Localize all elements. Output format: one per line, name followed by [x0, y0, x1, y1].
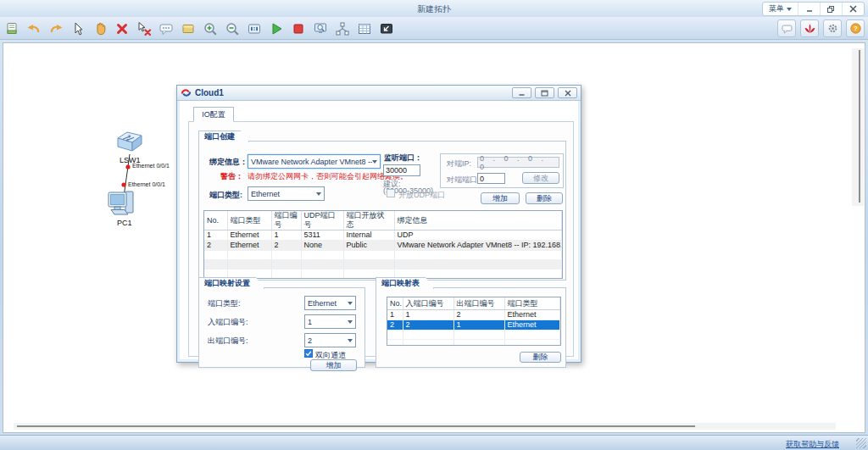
dialog-close-button[interactable] [558, 87, 577, 98]
restore-button[interactable] [820, 3, 842, 15]
table-row[interactable]: 112Ethernet [387, 310, 560, 320]
dialog-minimize-button[interactable] [512, 87, 531, 98]
minimize-icon [518, 90, 526, 97]
zoom-out-icon[interactable] [224, 20, 241, 37]
map-table-header: No.入端口编号出端口编号端口类型 [387, 297, 560, 310]
link-endpoint-dot [121, 182, 125, 186]
help-feedback-link[interactable]: 获取帮助与反馈 [786, 439, 839, 450]
peer-port-label: 对端端口: [447, 175, 480, 186]
port-add-button[interactable]: 增加 [481, 192, 520, 204]
table-empty-row [204, 260, 562, 269]
device-label-pc1: PC1 [117, 219, 132, 227]
map-port-type-dropdown[interactable]: Ethernet [304, 296, 356, 310]
resize-grip[interactable] [856, 438, 866, 448]
port-map-table-group: 端口映射表 No.入端口编号出端口编号端口类型 112Ethernet221Et… [376, 287, 566, 368]
huawei-home-icon[interactable] [800, 19, 819, 37]
dialog-titlebar[interactable]: Cloud1 [177, 86, 581, 101]
table-empty-row [204, 251, 562, 260]
maximize-icon [541, 90, 548, 97]
horizontal-scrollbar[interactable] [14, 423, 836, 430]
settings-icon[interactable] [823, 19, 842, 37]
peer-ip-label: 对端IP: [447, 158, 471, 169]
feedback-icon[interactable] [777, 19, 796, 37]
cloud1-dialog: Cloud1 IO配置 端口创建 绑定信息： VMware Network Ad… [176, 85, 581, 363]
map-add-button[interactable]: 增加 [310, 359, 357, 371]
help-icon[interactable]: ? [846, 19, 865, 37]
new-topology-icon[interactable] [3, 20, 20, 37]
window-controls: 菜单 [762, 2, 865, 16]
dialog-title: Cloud1 [195, 88, 224, 97]
bind-info-label: 绑定信息： [209, 157, 248, 168]
close-button[interactable] [842, 3, 864, 15]
out-port-label: 出端口编号: [208, 336, 248, 347]
main-toolbar: ? [0, 17, 868, 40]
note-icon[interactable] [180, 20, 197, 37]
listen-port-label: 监听端口： [384, 153, 422, 164]
chevron-down-icon [316, 192, 321, 198]
table-empty-row [387, 331, 560, 340]
console-icon[interactable] [378, 20, 395, 37]
bind-info-dropdown[interactable]: VMware Network Adapter VMnet8 -- IP: 192… [248, 154, 381, 169]
port-map-settings-group: 端口映射设置 端口类型: Ethernet 入端口编号: 1 出端口编号: 2 [198, 287, 365, 368]
text-icon[interactable] [158, 20, 175, 37]
modify-button[interactable]: 修改 [522, 172, 559, 184]
delete-icon[interactable] [114, 20, 131, 37]
grid-icon[interactable] [356, 20, 373, 37]
dialog-window-buttons [512, 87, 577, 98]
table-row[interactable]: 221Ethernet [387, 320, 560, 331]
topology-canvas[interactable]: LSW1 Ethernet 0/0/1 Ethernet 0/0/1 PC1 C… [3, 42, 865, 433]
pan-icon[interactable] [92, 20, 108, 37]
minimize-button[interactable] [798, 3, 820, 15]
vertical-scrollbar[interactable] [852, 48, 864, 206]
port-type-value: Ethernet [251, 190, 280, 198]
redo-icon[interactable] [47, 20, 64, 37]
actual-size-icon[interactable] [246, 20, 263, 37]
bidirectional-checkbox[interactable] [304, 349, 313, 358]
peer-port-input[interactable]: 0 [477, 173, 505, 184]
port-map-table[interactable]: No.入端口编号出端口编号端口类型 112Ethernet221Ethernet [387, 297, 560, 346]
horizontal-scrollbar-thumb[interactable] [17, 425, 695, 427]
app-title: 新建拓扑 [0, 3, 868, 15]
switch-device-icon[interactable] [118, 132, 142, 151]
out-port-dropdown[interactable]: 2 [304, 333, 356, 347]
map-delete-button[interactable]: 删除 [520, 352, 561, 363]
port-map-table-title: 端口映射表 [376, 277, 434, 289]
port-table-wrapper: No.端口类型端口编号UDP端口号端口开放状态绑定信息 1Ethernet153… [203, 210, 563, 279]
table-empty-row [204, 269, 562, 279]
table-row[interactable]: 2Ethernet2NonePublicVMware Network Adapt… [204, 241, 562, 251]
bind-info-value: VMware Network Adapter VMnet8 -- IP: 192… [251, 158, 372, 166]
undo-icon[interactable] [25, 20, 42, 37]
listen-port-input[interactable]: 30000 [383, 164, 420, 176]
table-row[interactable]: 1Ethernet15311InternalUDP [204, 231, 562, 241]
delete-link-icon[interactable] [136, 20, 153, 37]
start-icon[interactable] [268, 20, 285, 37]
tab-io-config[interactable]: IO配置 [193, 107, 234, 122]
io-config-panel: 端口创建 绑定信息： VMware Network Adapter VMnet8… [188, 121, 574, 357]
dialog-icon [181, 87, 192, 98]
minimize-icon [805, 5, 814, 14]
port-create-group-title: 端口创建 [198, 131, 249, 142]
port-delete-button[interactable]: 删除 [526, 192, 563, 204]
port-type-dropdown[interactable]: Ethernet [248, 186, 325, 201]
chevron-down-icon [348, 320, 353, 326]
topology-view-icon[interactable] [334, 20, 351, 37]
peer-ip-field[interactable]: 0 . 0 . 0 . 0 [477, 157, 559, 168]
pc-device-icon[interactable] [108, 192, 133, 214]
statusbar: 获取帮助与反馈 [0, 435, 868, 450]
stop-icon[interactable] [290, 20, 307, 37]
port-map-settings-title: 端口映射设置 [198, 277, 264, 289]
menu-button[interactable]: 菜单 [763, 3, 798, 15]
in-port-dropdown[interactable]: 1 [304, 314, 356, 329]
menu-label: 菜单 [769, 3, 784, 14]
udp-port-checkbox[interactable] [387, 189, 395, 197]
peer-group: 对端IP: 0 . 0 . 0 . 0 对端端口: 0 修改 [440, 153, 564, 188]
packet-capture-icon[interactable] [312, 20, 329, 37]
map-port-type-value: Ethernet [308, 299, 337, 308]
dialog-maximize-button[interactable] [535, 87, 554, 98]
zoom-in-icon[interactable] [202, 20, 219, 37]
close-icon [849, 5, 857, 13]
port-table[interactable]: No.端口类型端口编号UDP端口号端口开放状态绑定信息 1Ethernet153… [204, 211, 562, 279]
vertical-scrollbar-thumb[interactable] [859, 50, 860, 203]
port-type-label: 端口类型: [209, 190, 242, 201]
select-icon[interactable] [70, 20, 86, 37]
